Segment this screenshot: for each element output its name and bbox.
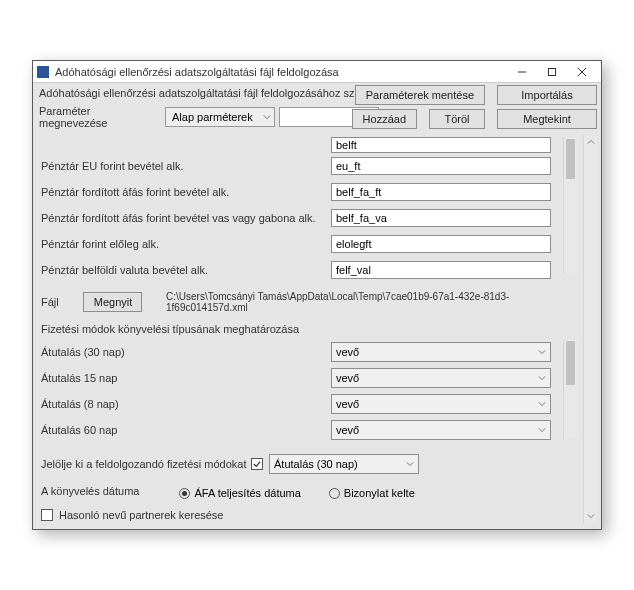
mark-payments-combo[interactable]: Átutalás (30 nap) — [269, 454, 419, 474]
similar-partners-row: Hasonló nevű partnerek keresése — [41, 509, 577, 521]
content-panel: Pénztár EU forint bevétel alk. Pénztár f… — [37, 135, 581, 523]
maximize-button[interactable] — [537, 62, 567, 82]
parameter-set-value: Alap parméterek — [172, 111, 253, 123]
payment-dropdown[interactable]: vevő — [331, 342, 551, 362]
file-label: Fájl — [41, 296, 59, 308]
payment-row: Átutalás (8 nap) vevő — [41, 391, 577, 417]
chevron-down-icon — [538, 426, 546, 434]
import-button[interactable]: Importálás — [497, 85, 597, 105]
outer-scroll-track[interactable] — [584, 149, 597, 509]
minimize-button[interactable] — [507, 62, 537, 82]
radio-label: ÁFA teljesítés dátuma — [194, 487, 300, 499]
similar-partners-label: Hasonló nevű partnerek keresése — [59, 509, 223, 521]
payment-label: Átutalás (30 nap) — [41, 346, 331, 358]
date-basis-label: A könyvelés dátuma — [41, 485, 139, 497]
table-row: Pénztár fordított áfás forint bevétel al… — [41, 179, 577, 205]
table-row: Pénztár EU forint bevétel alk. — [41, 153, 577, 179]
svg-rect-1 — [549, 68, 556, 75]
view-button[interactable]: Megtekint — [497, 109, 597, 129]
app-window: Adóhatósági ellenőrzési adatszolgáltatás… — [32, 60, 602, 530]
row-input[interactable] — [331, 261, 551, 279]
payments-scroll-thumb[interactable] — [566, 341, 575, 385]
row-input[interactable] — [331, 183, 551, 201]
file-path: C:\Users\Tomcsányi Tamás\AppData\Local\T… — [166, 291, 577, 313]
upper-scrollbar[interactable] — [563, 137, 577, 273]
chevron-down-icon — [263, 113, 271, 121]
mark-payments-row: Jelölje ki a feldolgozandó fizetési módo… — [41, 451, 577, 477]
similar-partners-checkbox[interactable] — [41, 509, 53, 521]
row-input[interactable] — [331, 235, 551, 253]
app-icon — [37, 66, 49, 78]
payment-row: Átutalás 15 nap vevő — [41, 365, 577, 391]
radio-voucher-date[interactable]: Bizonylat kelte — [329, 487, 415, 499]
upper-scroll-thumb[interactable] — [566, 139, 575, 179]
chevron-down-icon — [538, 374, 546, 382]
payment-row: Átutalás (30 nap) vevő — [41, 339, 577, 365]
payment-section-title: Fizetési módok könyvelési típusának megh… — [41, 323, 577, 335]
row-label: Pénztár fordított áfás forint bevétel va… — [41, 212, 331, 224]
payment-dropdown[interactable]: vevő — [331, 368, 551, 388]
row-label: Pénztár fordított áfás forint bevétel al… — [41, 186, 331, 198]
payment-label: Átutalás 60 nap — [41, 424, 331, 436]
add-button[interactable]: Hozzáad — [352, 109, 417, 129]
file-row: Fájl Megnyit C:\Users\Tomcsányi Tamás\Ap… — [41, 291, 577, 313]
window-body: Adóhatósági ellenőrzési adatszolgáltatás… — [33, 83, 601, 529]
mark-payments-label: Jelölje ki a feldolgozandó fizetési módo… — [41, 458, 251, 470]
close-button[interactable] — [567, 62, 597, 82]
scroll-up-icon[interactable] — [584, 135, 598, 149]
payment-label: Átutalás (8 nap) — [41, 398, 331, 410]
row-label: Pénztár forint előleg alk. — [41, 238, 331, 250]
window-title: Adóhatósági ellenőrzési adatszolgáltatás… — [55, 66, 507, 78]
payment-dropdown[interactable]: vevő — [331, 420, 551, 440]
table-row: Pénztár belföldi valuta bevétel alk. — [41, 257, 577, 283]
chevron-down-icon — [538, 400, 546, 408]
partial-field-input[interactable] — [331, 137, 551, 153]
payment-dropdown[interactable]: vevő — [331, 394, 551, 414]
main-scroll-area: Pénztár EU forint bevétel alk. Pénztár f… — [37, 135, 597, 523]
mark-payments-checkbox[interactable] — [251, 458, 263, 470]
row-input[interactable] — [331, 209, 551, 227]
table-row: Pénztár forint előleg alk. — [41, 231, 577, 257]
title-bar: Adóhatósági ellenőrzési adatszolgáltatás… — [33, 61, 601, 83]
open-file-button[interactable]: Megnyit — [83, 292, 142, 312]
table-row: Pénztár fordított áfás forint bevétel va… — [41, 205, 577, 231]
row-label: Pénztár EU forint bevétel alk. — [41, 160, 331, 172]
radio-afa-date[interactable]: ÁFA teljesítés dátuma — [179, 487, 300, 499]
radio-label: Bizonylat kelte — [344, 487, 415, 499]
outer-scrollbar[interactable] — [583, 135, 597, 523]
row-input[interactable] — [331, 157, 551, 175]
date-basis-radio-group: ÁFA teljesítés dátuma Bizonylat kelte — [179, 487, 414, 499]
scroll-down-icon[interactable] — [584, 509, 598, 523]
chevron-down-icon — [538, 348, 546, 356]
payment-label: Átutalás 15 nap — [41, 372, 331, 384]
payments-scrollbar[interactable] — [563, 339, 577, 439]
save-parameters-button[interactable]: Paraméterek mentése — [355, 85, 485, 105]
chevron-down-icon — [406, 460, 414, 468]
payment-row: Átutalás 60 nap vevő — [41, 417, 577, 443]
delete-button[interactable]: Töröl — [429, 109, 485, 129]
parameter-name-label: Paraméter megnevezése — [39, 105, 161, 129]
row-label: Pénztár belföldi valuta bevétel alk. — [41, 264, 331, 276]
parameter-set-combo[interactable]: Alap parméterek — [165, 107, 275, 127]
